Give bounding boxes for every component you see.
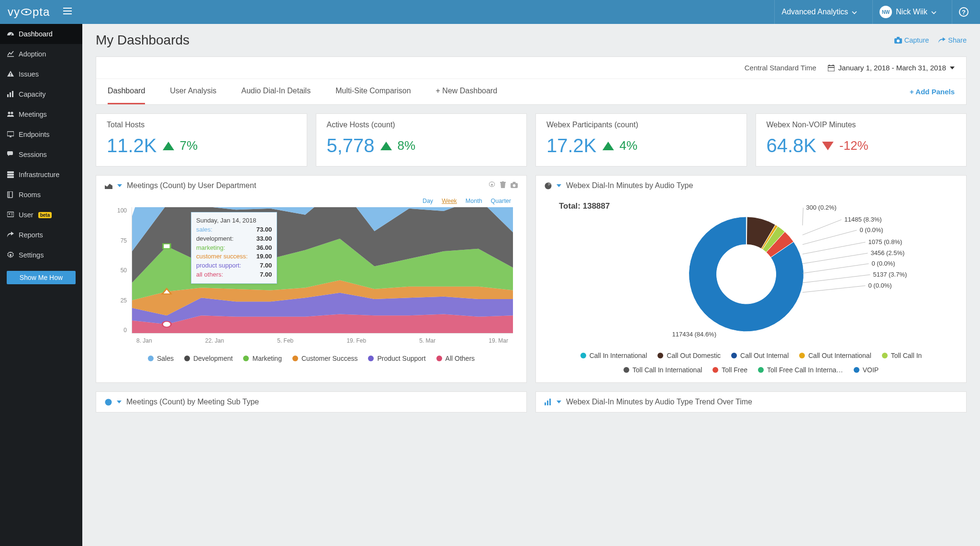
svg-line-43 xyxy=(802,275,870,283)
tab-audio-dial-in-details[interactable]: Audio Dial-In Details xyxy=(241,79,311,104)
legend-item[interactable]: Toll Free Call In Interna… xyxy=(758,366,843,374)
share-button[interactable]: Share xyxy=(938,36,967,44)
sidebar-item-adoption[interactable]: Adoption xyxy=(0,44,82,64)
sidebar-item-infrastructure[interactable]: Infrastructure xyxy=(0,165,82,185)
plot-area xyxy=(132,207,513,334)
sidebar-item-label: Adoption xyxy=(19,50,46,58)
legend-item[interactable]: VOIP xyxy=(854,366,879,374)
sidebar-item-capacity[interactable]: Capacity xyxy=(0,84,82,104)
sidebar-item-issues[interactable]: Issues xyxy=(0,64,82,84)
tab-dashboard[interactable]: Dashboard xyxy=(108,79,145,104)
sidebar-item-rooms[interactable]: Rooms xyxy=(0,185,82,205)
panel-menu-caret-icon[interactable] xyxy=(117,401,122,403)
tab-user-analysis[interactable]: User Analysis xyxy=(170,79,216,104)
panel-settings-icon[interactable] xyxy=(489,181,495,190)
sidebar-item-user[interactable]: Userbeta xyxy=(0,205,82,225)
calendar-icon xyxy=(828,65,835,71)
svg-rect-21 xyxy=(828,66,835,71)
legend-item[interactable]: Sales xyxy=(148,355,174,362)
logo-eye-icon xyxy=(21,9,32,15)
svg-rect-6 xyxy=(10,92,11,97)
svg-point-47 xyxy=(105,399,112,405)
granularity-day[interactable]: Day xyxy=(423,198,433,204)
svg-line-45 xyxy=(802,286,865,292)
kpi-card: Webex Non-VOIP Minutes 64.8K -12% xyxy=(756,113,967,167)
legend-item[interactable]: Toll Call In xyxy=(882,352,922,359)
sidebar-item-settings[interactable]: Settings xyxy=(0,245,82,265)
svg-point-20 xyxy=(897,40,900,43)
svg-rect-49 xyxy=(547,401,548,405)
svg-text:0 (0.0%): 0 (0.0%) xyxy=(860,226,883,234)
menu-toggle-icon[interactable] xyxy=(63,8,72,16)
svg-text:300 (0.2%): 300 (0.2%) xyxy=(806,204,837,211)
svg-text:1075 (0.8%): 1075 (0.8%) xyxy=(869,238,902,245)
legend-item[interactable]: Customer Success xyxy=(292,355,357,362)
product-dropdown[interactable]: Advanced Analytics xyxy=(774,0,864,24)
svg-text:0 (0.0%): 0 (0.0%) xyxy=(872,260,895,267)
panel-menu-caret-icon[interactable] xyxy=(557,184,561,187)
user-dropdown[interactable]: NW Nick Wiik xyxy=(872,0,943,24)
sidebar-item-endpoints[interactable]: Endpoints xyxy=(0,124,82,145)
granularity-week[interactable]: Week xyxy=(442,198,457,204)
svg-point-17 xyxy=(10,254,11,256)
avatar: NW xyxy=(880,6,892,18)
tabs: DashboardUser AnalysisAudio Dial-In Deta… xyxy=(96,78,967,105)
panel-menu-caret-icon[interactable] xyxy=(557,401,561,403)
panel-delete-icon[interactable] xyxy=(500,181,506,190)
donut-legend: Call In InternationalCall Out DomesticCa… xyxy=(545,352,958,374)
beta-badge: beta xyxy=(38,212,52,218)
donut-chart: 300 (0.2%)11485 (8.3%)0 (0.0%)1075 (0.8%… xyxy=(545,198,958,346)
capture-button[interactable]: Capture xyxy=(894,36,929,44)
legend-item[interactable]: Call Out Domestic xyxy=(657,352,721,359)
panel-dialin-trend-header: Webex Dial-In Minutes by Audio Type Tren… xyxy=(535,391,967,412)
legend-item[interactable]: Toll Call In International xyxy=(624,366,702,374)
legend-item[interactable]: Toll Free xyxy=(713,366,747,374)
legend-item[interactable]: Call Out Internal xyxy=(731,352,789,359)
kpi-label: Webex Non-VOIP Minutes xyxy=(767,121,956,129)
kpi-card: Total Hosts 11.2K 7% xyxy=(96,113,307,167)
logo: vypta xyxy=(8,5,50,19)
sidebar-item-meetings[interactable]: Meetings xyxy=(0,104,82,124)
product-label: Advanced Analytics xyxy=(781,8,848,16)
sidebar-item-label: Reports xyxy=(19,231,43,239)
legend-item[interactable]: Call Out International xyxy=(799,352,871,359)
pie-chart-icon xyxy=(545,182,552,189)
sidebar: DashboardAdoptionIssuesCapacityMeetingsE… xyxy=(0,24,82,546)
donut-total: Total: 138887 xyxy=(559,201,610,211)
id-card-icon xyxy=(7,212,14,218)
sidebar-item-label: Rooms xyxy=(19,191,41,199)
bar-chart-icon xyxy=(7,91,14,98)
legend-item[interactable]: Marketing xyxy=(243,355,281,362)
granularity-quarter[interactable]: Quarter xyxy=(491,198,511,204)
tab--new-dashboard[interactable]: + New Dashboard xyxy=(436,79,498,104)
sidebar-item-reports[interactable]: Reports xyxy=(0,225,82,245)
svg-rect-7 xyxy=(12,91,13,97)
legend-item[interactable]: Development xyxy=(184,355,233,362)
kpi-value: 64.8K xyxy=(767,135,817,156)
kpi-pct: 8% xyxy=(398,138,416,153)
share-icon xyxy=(938,37,946,43)
date-range-picker[interactable]: January 1, 2018 - March 31, 2018 xyxy=(828,64,955,72)
help-button[interactable]: ? xyxy=(952,0,972,24)
panel-snapshot-icon[interactable] xyxy=(511,181,518,190)
kpi-label: Webex Participants (count) xyxy=(546,121,736,129)
sidebar-item-sessions[interactable]: Sessions xyxy=(0,145,82,165)
add-panels-button[interactable]: + Add Panels xyxy=(910,80,955,103)
sidebar-item-dashboard[interactable]: Dashboard xyxy=(0,24,82,44)
svg-rect-48 xyxy=(545,402,546,405)
legend-item[interactable]: Product Support xyxy=(368,355,425,362)
granularity-month[interactable]: Month xyxy=(466,198,482,204)
tab-multi-site-comparison[interactable]: Multi-Site Comparison xyxy=(335,79,411,104)
granularity-selector: DayWeekMonthQuarter xyxy=(105,198,518,204)
sidebar-item-label: User xyxy=(19,211,33,219)
panel-title: Webex Dial-In Minutes by Audio Type xyxy=(566,181,693,190)
svg-rect-24 xyxy=(513,182,516,184)
kpi-pct: 4% xyxy=(620,138,638,153)
legend-item[interactable]: All Others xyxy=(436,355,475,362)
svg-rect-4 xyxy=(10,75,11,76)
show-me-how-button[interactable]: Show Me How xyxy=(7,271,76,284)
panel-menu-caret-icon[interactable] xyxy=(117,184,122,187)
legend-item[interactable]: Call In International xyxy=(580,352,647,359)
gear-icon xyxy=(7,252,14,258)
svg-text:5137 (3.7%): 5137 (3.7%) xyxy=(873,271,907,278)
